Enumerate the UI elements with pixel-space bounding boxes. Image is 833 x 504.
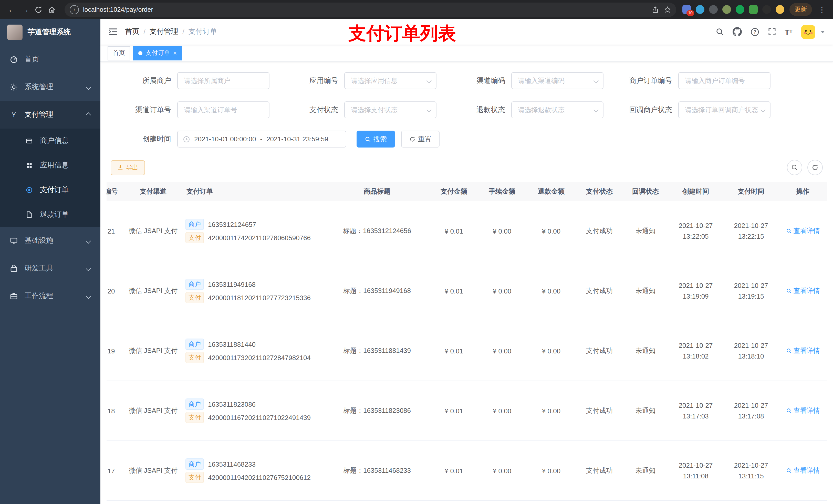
refund-amount: ¥ 0.00 <box>527 261 576 321</box>
view-detail-link[interactable]: 查看详情 <box>786 226 820 236</box>
breadcrumb-separator: / <box>182 28 185 36</box>
sidebar-item-dev-tools[interactable]: 研发工具 <box>0 255 100 282</box>
view-detail-link[interactable]: 查看详情 <box>786 346 820 356</box>
extension-icon[interactable] <box>776 5 784 14</box>
sidebar-item-app-info[interactable]: 应用信息 <box>0 153 100 178</box>
grid-icon <box>25 162 34 169</box>
sidebar-item-label: 商户信息 <box>40 136 69 145</box>
merchant-order-no: 1635311949168 <box>208 281 256 288</box>
sidebar-item-merchant-info[interactable]: 商户信息 <box>0 128 100 153</box>
sidebar-item-payment[interactable]: ¥ 支付管理 <box>0 101 100 128</box>
filter-label: 应用编号 <box>278 76 344 85</box>
chevron-down-icon <box>86 266 91 271</box>
reload-icon[interactable] <box>32 3 45 16</box>
date-range-input[interactable]: 2021-10-01 00:00:00 - 2021-10-31 23:59:5… <box>177 130 346 147</box>
pay-status: 支付成功 <box>576 441 623 501</box>
merchant-order-no-input[interactable] <box>684 76 765 85</box>
tab-label: 首页 <box>113 49 125 57</box>
extension-icon[interactable] <box>709 5 718 14</box>
extension-icon[interactable] <box>749 5 758 14</box>
font-size-icon[interactable]: TT <box>785 28 792 35</box>
hamburger-icon[interactable] <box>109 28 118 36</box>
chrome-update-button[interactable]: 更新 <box>789 3 812 16</box>
channel-code-input[interactable] <box>517 76 598 85</box>
pay-status <box>576 501 623 504</box>
table-toolbar: 导出 <box>100 160 833 175</box>
extension-icon[interactable] <box>762 5 771 14</box>
reset-button[interactable]: 重置 <box>401 130 439 147</box>
pay-amount: ¥ 0.01 <box>430 441 477 501</box>
refund-status-select[interactable] <box>517 105 598 114</box>
bookmark-star-icon[interactable] <box>664 6 671 13</box>
share-icon[interactable] <box>652 6 659 13</box>
fee-amount: ¥ 0.00 <box>477 201 527 261</box>
pay-tag: 支付 <box>186 292 204 303</box>
search-button-label: 搜索 <box>374 135 387 144</box>
actions-cell: 查看详情 <box>779 321 827 381</box>
actions-cell: 查看详情 <box>779 441 827 501</box>
sidebar-item-label: 退款订单 <box>40 210 69 219</box>
sidebar-item-system[interactable]: 系统管理 <box>0 73 100 101</box>
refund-amount: ¥ 0.00 <box>527 381 576 441</box>
merchant-order-no: 1635311823086 <box>208 400 256 408</box>
filter-create-time: 创建时间 2021-10-01 00:00:00 - 2021-10-31 23… <box>111 130 346 147</box>
browser-menu-icon[interactable]: ⋮ <box>816 5 828 14</box>
extension-icon[interactable] <box>736 5 744 14</box>
sidebar-item-refund-order[interactable]: 退款订单 <box>0 202 100 227</box>
fee-amount: ¥ 0.00 <box>477 381 527 441</box>
extension-icon[interactable] <box>722 5 731 14</box>
sidebar-item-label: 应用信息 <box>40 161 69 170</box>
url-bar[interactable]: i localhost:1024/pay/order <box>65 2 676 17</box>
channel-pay-no: 4200001194202110276752100612 <box>208 474 311 481</box>
sidebar-item-label: 基础设施 <box>25 236 53 245</box>
sidebar-item-infra[interactable]: 基础设施 <box>0 227 100 255</box>
user-avatar[interactable] <box>801 25 815 39</box>
tab-pay-order[interactable]: 支付订单 × <box>133 46 182 60</box>
table-row: 20微信 JSAPI 支付商户1635311949168支付4200001181… <box>106 261 827 321</box>
search-button[interactable]: 搜索 <box>357 130 395 147</box>
tab-home[interactable]: 首页 <box>108 46 130 60</box>
view-detail-link[interactable]: 查看详情 <box>786 466 820 475</box>
channel-order-no-input[interactable] <box>183 105 264 114</box>
breadcrumb-home[interactable]: 首页 <box>125 27 139 37</box>
extension-puzzle-icon[interactable]: 10 <box>682 5 691 14</box>
avatar-caret-icon[interactable] <box>821 30 825 33</box>
merchant-order-no: 1635311468233 <box>208 460 256 468</box>
toggle-search-button[interactable] <box>787 160 802 175</box>
fullscreen-icon[interactable] <box>768 28 776 36</box>
pay-channel <box>123 501 184 504</box>
site-info-icon[interactable]: i <box>70 5 79 14</box>
app-select[interactable] <box>350 76 431 85</box>
extension-icon[interactable] <box>696 5 705 14</box>
breadcrumb-pay-mgmt[interactable]: 支付管理 <box>149 27 178 37</box>
forward-icon[interactable]: → <box>19 3 32 16</box>
filter-label: 支付状态 <box>278 105 344 115</box>
refund-amount: ¥ 0.00 <box>527 201 576 261</box>
clock-icon <box>183 136 190 143</box>
filter-channel-code: 渠道编码 <box>445 72 612 89</box>
view-detail-link[interactable]: 查看详情 <box>786 286 820 295</box>
sidebar-item-pay-order[interactable]: 支付订单 <box>0 178 100 202</box>
document-icon <box>25 211 34 218</box>
notify-status-select[interactable] <box>684 105 765 114</box>
pay-status-select[interactable] <box>350 105 431 114</box>
merchant-select[interactable] <box>183 76 264 85</box>
sidebar-item-workflow[interactable]: 工作流程 <box>0 282 100 310</box>
tab-close-icon[interactable]: × <box>173 50 177 56</box>
pay-channel: 微信 JSAPI 支付 <box>123 441 184 501</box>
view-detail-link[interactable]: 查看详情 <box>786 406 820 415</box>
home-icon[interactable] <box>45 3 58 16</box>
search-icon[interactable] <box>715 28 723 36</box>
github-icon[interactable] <box>732 27 742 37</box>
export-button[interactable]: 导出 <box>111 160 145 175</box>
refresh-table-button[interactable] <box>807 160 823 175</box>
product-title: 标题：1635312124656 <box>324 201 430 261</box>
order-id: 21 <box>106 201 123 261</box>
column-header: 回调状态 <box>623 182 668 201</box>
column-header: 支付订单 <box>184 182 324 201</box>
product-title: 标题：1635311468233 <box>324 441 430 501</box>
help-icon[interactable]: ? <box>750 27 759 36</box>
filter-refund-status: 退款状态 <box>445 101 612 118</box>
sidebar-item-home[interactable]: 首页 <box>0 46 100 73</box>
back-icon[interactable]: ← <box>5 3 19 16</box>
